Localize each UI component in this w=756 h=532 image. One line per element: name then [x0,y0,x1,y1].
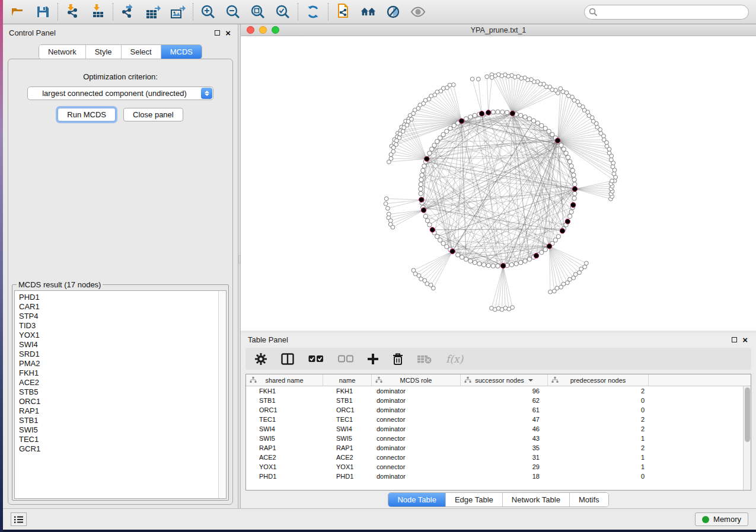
mcds-result-item[interactable]: FKH1 [19,368,226,378]
mcds-result-item[interactable]: GCR1 [19,444,226,454]
close-panel-button[interactable]: Close panel [123,108,183,121]
network-graph[interactable] [241,36,756,331]
network-canvas[interactable] [241,36,756,331]
cell-predecessor_nodes: 1 [548,454,649,461]
column-header-filler [649,374,751,386]
table-row[interactable]: SWI5SWI5connector431 [246,434,743,443]
column-header-shared-name[interactable]: shared name [246,374,323,386]
delete-column-icon[interactable] [393,352,403,366]
close-panel-icon[interactable]: × [225,30,231,36]
mcds-result-item[interactable]: STP4 [19,312,226,321]
mcds-result-item[interactable]: ACE2 [19,378,226,387]
zoom-selected-icon[interactable] [275,4,291,20]
mcds-result-item[interactable]: RAP1 [19,406,226,416]
cell-shared_name: SWI5 [246,435,323,442]
table-row[interactable]: ACE2ACE2connector311 [246,453,743,462]
cell-predecessor_nodes: 0 [548,397,649,404]
table-row[interactable]: SWI4SWI4dominator462 [246,424,743,434]
export-table-icon[interactable] [145,4,161,20]
float-table-panel-icon[interactable] [732,337,737,342]
cell-predecessor_nodes: 2 [548,425,649,432]
import-network-icon[interactable] [65,4,81,20]
tab-node-table[interactable]: Node Table [388,493,445,507]
criterion-select[interactable]: largest connected component (undirected) [27,86,213,100]
refresh-icon[interactable] [305,4,321,20]
run-mcds-button[interactable]: Run MCDS [58,108,116,121]
cell-shared_name: SWI4 [246,425,323,432]
mcds-result-item[interactable]: ORC1 [19,397,226,406]
table-row[interactable]: ORC1ORC1dominator610 [246,405,743,415]
column-label: shared name [265,377,303,384]
show-column-panel-icon[interactable] [281,352,294,366]
memory-status-icon [702,516,709,523]
column-header-name[interactable]: name [323,374,372,386]
cell-name: ACE2 [323,454,372,461]
cell-successor_nodes: 47 [461,416,548,423]
table-row[interactable]: RAP1RAP1dominator352 [246,443,743,453]
tab-network[interactable]: Network [39,45,85,59]
mcds-result-item[interactable]: CAR1 [19,302,226,312]
tab-network-table[interactable]: Network Table [502,493,569,507]
table-options-gear-icon[interactable] [255,352,267,366]
column-label: name [339,377,356,384]
add-column-icon[interactable] [368,352,378,366]
deselect-all-icon[interactable] [338,352,353,366]
mcds-result-item[interactable]: SWI4 [19,340,226,350]
show-graphics-details-icon[interactable] [410,4,426,20]
tab-style[interactable]: Style [85,45,121,59]
first-neighbors-icon[interactable] [361,4,376,20]
close-table-panel-icon[interactable]: × [742,337,748,343]
mcds-result-item[interactable]: TID3 [19,321,226,331]
mcds-list-scrollbar[interactable] [218,291,226,498]
tab-edge-table[interactable]: Edge Table [445,493,502,507]
table-row[interactable]: YOX1YOX1connector291 [246,462,743,472]
mcds-result-item[interactable]: YOX1 [19,331,226,340]
search-input[interactable] [584,5,749,20]
column-header-MCDS-role[interactable]: MCDS role [372,374,461,386]
tree-hierarchy-icon [464,377,471,384]
export-network-icon[interactable] [120,4,136,20]
splitter-grip[interactable] [238,255,240,264]
mcds-result-item[interactable]: PHD1 [19,293,226,302]
table-row[interactable]: TEC1TEC1connector472 [246,415,743,424]
cell-name: ORC1 [323,406,372,414]
column-header-successor-nodes[interactable]: successor nodes [461,374,548,386]
zoom-in-icon[interactable] [200,4,216,20]
select-all-icon[interactable] [308,352,324,366]
table-row[interactable]: STB1STB1dominator620 [246,396,743,405]
new-network-from-selection-icon[interactable] [336,4,351,20]
mcds-result-item[interactable]: TEC1 [19,435,226,444]
zoom-fit-icon[interactable] [250,4,266,20]
mcds-result-item[interactable]: STB1 [19,416,226,425]
import-table-icon[interactable] [90,4,106,20]
hide-selected-icon[interactable] [385,4,401,20]
show-panels-list-button[interactable] [11,512,27,526]
tab-mcds[interactable]: MCDS [161,45,202,59]
column-header-predecessor-nodes[interactable]: predecessor nodes [548,374,649,386]
mcds-result-item[interactable]: PMA2 [19,359,226,368]
mcds-result-list[interactable]: PHD1CAR1STP4TID3YOX1SWI4SRD1PMA2FKH1ACE2… [14,290,227,499]
tab-motifs[interactable]: Motifs [569,493,608,507]
save-session-icon[interactable] [35,4,50,20]
table-scrollbar-thumb[interactable] [745,387,750,442]
table-row[interactable]: FKH1FKH1dominator962 [246,386,743,396]
cell-name: FKH1 [323,387,372,395]
mcds-result-item[interactable]: SWI5 [19,425,226,435]
cell-shared_name: TEC1 [246,416,323,423]
mcds-result-item[interactable]: SRD1 [19,350,226,359]
table-scrollbar[interactable] [743,386,751,490]
table-row[interactable]: PHD1PHD1dominator180 [246,472,743,481]
node-table: shared namenameMCDS rolesuccessor nodesp… [245,374,751,491]
network-window-titlebar[interactable]: YPA_prune.txt_1 [241,24,756,36]
memory-button[interactable]: Memory [695,512,748,526]
vertical-splitter[interactable] [238,24,241,508]
export-image-icon[interactable] [170,4,186,20]
cell-mcds_role: dominator [372,425,461,432]
cell-predecessor_nodes: 2 [548,416,649,423]
float-panel-icon[interactable] [215,30,220,36]
mcds-result-item[interactable]: STB5 [19,387,226,397]
cell-predecessor_nodes: 1 [548,463,649,470]
tab-select[interactable]: Select [121,45,161,59]
zoom-out-icon[interactable] [225,4,241,20]
open-session-icon[interactable] [10,4,25,20]
